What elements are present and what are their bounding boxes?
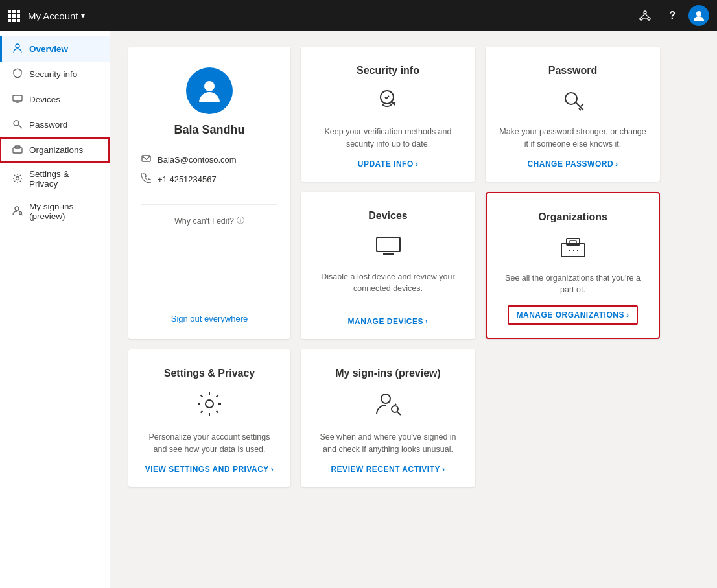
svg-point-36 bbox=[206, 400, 213, 408]
svg-line-12 bbox=[20, 126, 21, 127]
organizations-desc: See all the organizations that you're a … bbox=[500, 272, 646, 297]
svg-point-18 bbox=[15, 207, 19, 211]
sidebar-item-signins[interactable]: My sign-ins (preview) bbox=[0, 195, 110, 228]
profile-avatar bbox=[186, 67, 233, 114]
settings-privacy-card: Settings & Privacy Personalize your acco… bbox=[128, 349, 290, 487]
profile-email: BalaS@contoso.com bbox=[158, 155, 237, 165]
sidebar-item-devices[interactable]: Devices bbox=[0, 87, 110, 112]
svg-point-21 bbox=[204, 81, 215, 91]
profile-phone: +1 4251234567 bbox=[158, 174, 217, 184]
change-password-link[interactable]: CHANGE PASSWORD › bbox=[527, 159, 618, 169]
password-icon bbox=[560, 87, 586, 117]
avatar-person-icon bbox=[196, 78, 222, 104]
security-info-desc: Keep your verification methods and secur… bbox=[314, 126, 462, 150]
why-edit: Why can't I edit? ⓘ bbox=[174, 215, 244, 226]
security-info-card: Security info Keep your verification met… bbox=[301, 47, 475, 182]
profile-name: Bala Sandhu bbox=[174, 123, 244, 137]
security-info-title: Security info bbox=[357, 65, 419, 76]
main-content: Bala Sandhu BalaS@contoso.com bbox=[110, 31, 717, 588]
chevron-down-icon: ▾ bbox=[81, 11, 85, 20]
chevron-right-icon: › bbox=[425, 317, 429, 326]
svg-line-4 bbox=[645, 14, 649, 18]
sidebar: Overview Security info Devices bbox=[0, 31, 110, 588]
profile-divider-2 bbox=[141, 298, 277, 298]
person-key-icon bbox=[12, 206, 23, 218]
signins-title: My sign-ins (preview) bbox=[335, 368, 441, 379]
svg-line-26 bbox=[581, 104, 583, 106]
sidebar-item-organizations-label: Organizations bbox=[29, 145, 83, 155]
profile-phone-item: +1 4251234567 bbox=[141, 169, 277, 189]
organizations-icon bbox=[559, 233, 587, 263]
sidebar-item-overview[interactable]: Overview bbox=[0, 36, 110, 62]
sidebar-item-security-label: Security info bbox=[29, 69, 77, 79]
svg-point-7 bbox=[16, 44, 19, 48]
settings-privacy-desc: Personalize your account settings and se… bbox=[141, 431, 277, 456]
sidebar-item-password[interactable]: Password bbox=[0, 112, 110, 137]
profile-info: BalaS@contoso.com +1 4251234567 bbox=[141, 150, 277, 189]
update-info-link[interactable]: UPDATE INFO › bbox=[358, 159, 418, 169]
chevron-right-icon: › bbox=[615, 159, 618, 169]
sidebar-item-overview-label: Overview bbox=[29, 44, 68, 54]
svg-point-37 bbox=[381, 394, 390, 403]
view-settings-privacy-link[interactable]: VIEW SETTINGS AND PRIVACY › bbox=[145, 465, 274, 474]
sidebar-item-organizations[interactable]: Organizations bbox=[0, 137, 110, 163]
key-icon bbox=[12, 119, 23, 131]
svg-rect-14 bbox=[15, 146, 20, 148]
svg-line-3 bbox=[641, 14, 645, 18]
settings-privacy-icon bbox=[195, 390, 224, 422]
settings-privacy-title: Settings & Privacy bbox=[164, 368, 255, 379]
phone-icon bbox=[141, 173, 151, 185]
network-icon-button[interactable] bbox=[634, 7, 656, 24]
sidebar-item-password-label: Password bbox=[29, 120, 67, 130]
svg-point-24 bbox=[565, 93, 577, 104]
manage-devices-link[interactable]: MANAGE DEVICES › bbox=[348, 317, 429, 326]
topnav-left: My Account ▾ bbox=[8, 10, 85, 22]
sidebar-item-settings[interactable]: Settings & Privacy bbox=[0, 163, 110, 195]
svg-rect-8 bbox=[13, 95, 22, 101]
device-icon bbox=[12, 93, 23, 106]
password-desc: Make your password stronger, or change i… bbox=[499, 126, 647, 150]
sidebar-item-settings-label: Settings & Privacy bbox=[29, 169, 99, 189]
svg-point-6 bbox=[696, 11, 701, 16]
organizations-card: Organizations See all the organizations … bbox=[486, 192, 660, 340]
svg-point-17 bbox=[16, 176, 19, 180]
chevron-right-icon: › bbox=[442, 465, 445, 474]
sidebar-item-devices-label: Devices bbox=[29, 95, 60, 104]
svg-rect-35 bbox=[570, 241, 576, 244]
org-icon bbox=[12, 144, 23, 156]
devices-card: Devices Disable a lost device and review… bbox=[301, 192, 475, 340]
manage-organizations-link[interactable]: MANAGE ORGANIZATIONS › bbox=[508, 305, 639, 325]
chevron-right-icon: › bbox=[271, 465, 274, 474]
svg-rect-28 bbox=[377, 237, 400, 252]
svg-line-20 bbox=[21, 214, 23, 215]
settings-icon bbox=[12, 173, 23, 185]
sidebar-item-signins-label: My sign-ins (preview) bbox=[29, 202, 99, 221]
app-title[interactable]: My Account ▾ bbox=[28, 10, 85, 21]
sign-out-everywhere-link[interactable]: Sign out everywhere bbox=[171, 314, 248, 323]
chevron-right-icon: › bbox=[626, 311, 629, 320]
sidebar-item-security-info[interactable]: Security info bbox=[0, 62, 110, 87]
svg-point-2 bbox=[648, 18, 650, 20]
profile-card: Bala Sandhu BalaS@contoso.com bbox=[128, 47, 290, 339]
avatar-icon bbox=[693, 10, 705, 21]
devices-icon bbox=[374, 232, 403, 262]
svg-point-38 bbox=[392, 406, 398, 412]
app-grid-icon[interactable] bbox=[8, 10, 20, 22]
svg-point-0 bbox=[644, 11, 646, 14]
cards-grid: Bala Sandhu BalaS@contoso.com bbox=[128, 47, 660, 487]
email-icon bbox=[141, 154, 151, 165]
password-title: Password bbox=[548, 65, 598, 76]
review-activity-link[interactable]: REVIEW RECENT ACTIVITY › bbox=[331, 465, 445, 474]
organizations-title: Organizations bbox=[538, 211, 607, 223]
signins-card: My sign-ins (preview) See when and where… bbox=[301, 349, 475, 487]
topnav-right: ? bbox=[634, 5, 709, 26]
help-button[interactable]: ? bbox=[664, 7, 681, 24]
devices-desc: Disable a lost device and review your co… bbox=[314, 271, 462, 309]
svg-line-39 bbox=[397, 412, 401, 415]
user-avatar[interactable] bbox=[688, 5, 709, 26]
layout: Overview Security info Devices bbox=[0, 31, 717, 588]
svg-point-19 bbox=[19, 211, 22, 214]
profile-email-item: BalaS@contoso.com bbox=[141, 150, 277, 169]
chevron-right-icon: › bbox=[416, 159, 419, 169]
shield-icon bbox=[12, 68, 23, 80]
